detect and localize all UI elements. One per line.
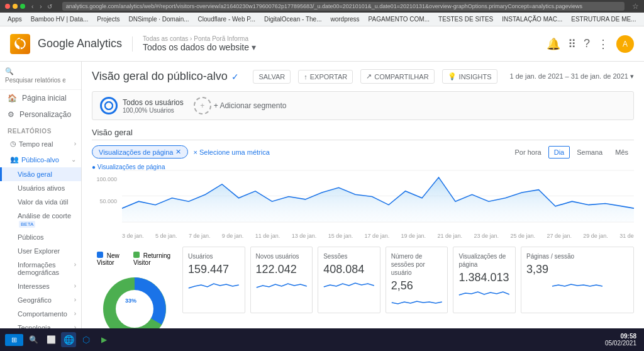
search-input[interactable] — [5, 77, 65, 84]
tab-dia[interactable]: Dia — [548, 146, 570, 159]
metric-usuarios-value: 159.447 — [188, 263, 240, 276]
nav-refresh-icon[interactable]: ↺ — [47, 3, 52, 10]
x-label-5: 11 de jan. — [255, 233, 280, 239]
chart-y-max: 100.000 — [92, 176, 117, 182]
sidebar-item-valor-vida[interactable]: Valor da vida útil — [0, 195, 81, 209]
app-container: Google Analytics Todas as contas › Ponta… — [0, 26, 644, 328]
usuarios-ativos-label: Usuários ativos — [18, 184, 65, 192]
account-label: Todas as contas › Ponta Porã Informa — [143, 35, 256, 42]
add-segment-button[interactable]: + + Adicionar segmento — [194, 97, 287, 114]
apps-icon[interactable]: ⠿ — [568, 37, 576, 51]
taskbar-terminal[interactable]: ▶ — [96, 332, 111, 347]
audience-icon: 👥 — [10, 155, 19, 164]
sidebar-item-interesses[interactable]: Interesses › — [0, 279, 81, 293]
main-content: Visão geral do público-alvo ✓ SALVAR ↑ E… — [82, 62, 644, 328]
select-metric-button[interactable]: × Selecione uma métrica — [193, 148, 269, 156]
sidebar-item-usuarios-ativos[interactable]: Usuários ativos — [0, 181, 81, 195]
sidebar-item-comportamento[interactable]: Comportamento › — [0, 307, 81, 321]
sidebar-item-audience[interactable]: 👥 Público-alvo ⌄ — [0, 152, 81, 167]
sidebar-item-analise-coorte[interactable]: Análise de coorte BETA — [0, 209, 81, 230]
segment-sub-label: 100,00% Usuários — [123, 107, 184, 114]
metric-paginas-sessao-spark — [526, 279, 628, 291]
metric-chip[interactable]: Visualizações de página ✕ — [92, 145, 188, 159]
bookmark-dnsimple[interactable]: DNSimple · Domain... — [126, 16, 191, 23]
user-avatar[interactable]: A — [616, 35, 634, 53]
sidebar-item-demograficas[interactable]: Informações demográficas › — [0, 258, 81, 279]
x-label-8: 17 de jan. — [365, 233, 390, 239]
taskbar-task-view[interactable]: ⬜ — [43, 332, 58, 347]
sidebar-item-visao-geral[interactable]: Visão geral — [0, 167, 81, 181]
bookmarks-bar: Apps Bamboo HV | Data... Projects DNSimp… — [0, 13, 644, 26]
metric-novos-spark — [256, 279, 308, 291]
bookmark-projects[interactable]: Projects — [94, 16, 122, 23]
bookmark-digitalocean[interactable]: DigitalOcean - The... — [262, 16, 325, 23]
bookmark-instalacao[interactable]: INSTALAÇÃO MAC... — [499, 16, 565, 23]
bookmark-estrutura[interactable]: ESTRUTURA DE ME... — [569, 16, 638, 23]
segment-info: Todos os usuários 100,00% Usuários — [123, 98, 184, 114]
website-label[interactable]: Todos os dados do website ▾ — [143, 42, 256, 52]
segment-circle — [100, 97, 118, 114]
help-icon[interactable]: ? — [584, 37, 590, 50]
realtime-expand-icon: › — [74, 140, 76, 147]
tab-semana[interactable]: Semana — [571, 146, 608, 159]
taskbar-chrome[interactable]: 🌐 — [61, 332, 76, 347]
bookmark-apps[interactable]: Apps — [5, 16, 25, 23]
start-button[interactable]: ⊞ — [5, 334, 23, 346]
taskbar-search[interactable]: 🔍 — [26, 332, 41, 347]
save-button[interactable]: SALVAR — [253, 70, 291, 84]
minimize-dot — [13, 4, 18, 9]
svg-text:67%: 67% — [138, 313, 149, 320]
insights-button[interactable]: 💡 INSIGHTS — [442, 69, 497, 84]
metric-usuarios: Usuários 159.447 — [182, 247, 245, 313]
pie-chart: 33% 67% — [97, 271, 172, 328]
bookmark-cloudflare[interactable]: Cloudflare - Web P... — [196, 16, 258, 23]
url-text: analytics.google.com/analytics/web/#/rep… — [66, 3, 582, 9]
sidebar-item-realtime[interactable]: ◷ Tempo real › — [0, 136, 81, 152]
bookmark-testes[interactable]: TESTES DE SITES — [436, 16, 496, 23]
x-label-2: 5 de jan. — [155, 233, 177, 239]
export-button[interactable]: ↑ EXPORTAR — [298, 70, 353, 84]
taskbar-vscode[interactable]: ⬡ — [79, 332, 94, 347]
notification-icon[interactable]: 🔔 — [547, 37, 560, 51]
metric-paginas-sessao-value: 3,39 — [526, 263, 628, 276]
bookmark-bamboo[interactable]: Bamboo HV | Data... — [28, 16, 91, 23]
chart-svg-area — [122, 164, 634, 229]
sidebar-item-tecnologia[interactable]: Tecnologia › — [0, 321, 81, 328]
report-actions: SALVAR ↑ EXPORTAR ↗ COMPARTILHAR 💡 INSIG… — [253, 69, 634, 84]
valor-vida-label: Valor da vida útil — [18, 198, 69, 206]
x-label-11: 23 de jan. — [474, 233, 499, 239]
metric-visualizacoes-spark — [458, 287, 510, 299]
tab-mes[interactable]: Mês — [609, 146, 634, 159]
terminal-icon: ▶ — [101, 335, 107, 344]
share-button[interactable]: ↗ COMPARTILHAR — [360, 69, 434, 84]
clock-date: 05/02/2021 — [605, 340, 636, 347]
tab-por-hora[interactable]: Por hora — [509, 146, 547, 159]
sidebar-item-publicos[interactable]: Públicos — [0, 230, 81, 244]
sidebar-item-user-explorer[interactable]: User Explorer — [0, 244, 81, 258]
x-label-6: 13 de jan. — [292, 233, 317, 239]
bookmark-icon[interactable]: ☆ — [632, 2, 639, 11]
sidebar-item-geografico[interactable]: Geográfico › — [0, 293, 81, 307]
time-tabs: Por hora Dia Semana Mês — [509, 146, 634, 159]
x-label-10: 21 de jan. — [438, 233, 463, 239]
x-label-3: 7 de jan. — [189, 233, 211, 239]
metric-usuarios-spark — [188, 279, 240, 291]
sidebar-realtime-label: Tempo real — [19, 140, 72, 148]
nav-forward-icon[interactable]: › — [40, 3, 42, 10]
svg-point-5 — [116, 290, 153, 328]
url-bar[interactable]: analytics.google.com/analytics/web/#/rep… — [62, 2, 625, 11]
bookmark-pagamento[interactable]: PAGAMENTO COM... — [366, 16, 432, 23]
nav-back-icon[interactable]: ‹ — [31, 3, 33, 10]
sidebar: 🔍 🏠 Página inicial ⚙ Personalização RELA… — [0, 62, 82, 328]
pie-chart-section: New Visitor Returning Visitor — [92, 247, 177, 328]
metric-novos-label: Novos usuários — [256, 252, 308, 260]
sidebar-item-home[interactable]: 🏠 Página inicial — [0, 90, 81, 106]
audience-expand-icon: ⌄ — [71, 156, 76, 163]
more-icon[interactable]: ⋮ — [597, 37, 609, 51]
date-range[interactable]: 1 de jan. de 2021 – 31 de jan. de 2021 ▾ — [510, 72, 634, 81]
metric-paginas-sessao: Páginas / sessão 3,39 — [521, 247, 634, 313]
close-dot — [5, 4, 10, 9]
bookmark-wordpress[interactable]: wordpress — [328, 16, 362, 23]
metric-sessoes-label: Sessões — [323, 252, 375, 260]
sidebar-item-customize[interactable]: ⚙ Personalização — [0, 106, 81, 123]
